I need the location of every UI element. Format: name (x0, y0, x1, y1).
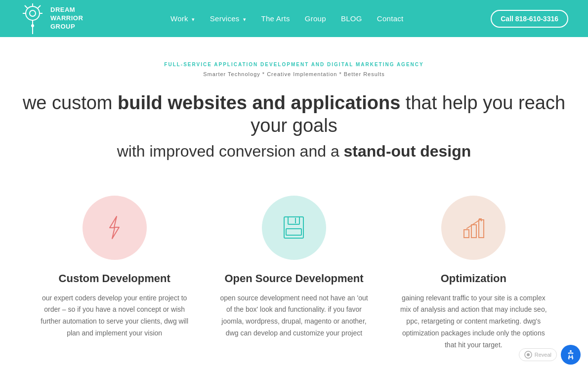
svg-rect-12 (286, 229, 301, 235)
service-icon-circle-custom-dev (83, 196, 147, 260)
revealbot-label: Reveal (535, 352, 551, 358)
services-section: Custom Development our expert coders dev… (0, 176, 588, 372)
logo[interactable]: Dream Warrior Group (20, 3, 83, 34)
chart-icon (460, 214, 487, 241)
service-title-custom-dev: Custom Development (40, 272, 189, 285)
revealbot-icon (524, 351, 532, 359)
nav-blog[interactable]: BLOG (341, 14, 362, 23)
svg-point-31 (570, 350, 572, 352)
revealbot-badge: Reveal (519, 348, 557, 361)
service-card-open-source: Open Source Development open source deve… (209, 196, 378, 351)
nav-links: Work ▾ Services ▾ The Arts Group BLOG Co… (170, 14, 404, 23)
svg-point-0 (26, 6, 40, 20)
services-row-1: Custom Development our expert coders dev… (30, 196, 558, 351)
svg-rect-14 (464, 230, 469, 238)
nav-work[interactable]: Work ▾ (170, 14, 195, 23)
hero-title-1: we custom build websites and application… (10, 92, 578, 137)
svg-point-1 (30, 10, 36, 16)
accessibility-button[interactable] (561, 345, 581, 365)
svg-rect-16 (479, 220, 484, 238)
service-icon-circle-open-source (262, 196, 326, 260)
service-card-custom-dev: Custom Development our expert coders dev… (30, 196, 199, 351)
hero-title-2: with improved conversion and a stand-out… (10, 142, 578, 161)
nav-contact[interactable]: Contact (377, 14, 404, 23)
main-nav: Dream Warrior Group Work ▾ Services ▾ Th… (0, 0, 588, 37)
hero-tagline: Smarter Technology * Creative Implementa… (10, 71, 578, 77)
bottom-bar: Reveal (519, 345, 581, 365)
service-desc-custom-dev: our expert coders develop your entire pr… (40, 292, 189, 339)
nav-services[interactable]: Services ▾ (210, 14, 247, 23)
svg-rect-11 (288, 217, 299, 224)
logo-text: Dream Warrior Group (50, 6, 83, 31)
service-card-optimization: Optimization gaining relevant traffic to… (389, 196, 558, 351)
svg-point-30 (527, 353, 530, 356)
svg-line-7 (38, 5, 41, 8)
service-desc-open-source: open source development need not have an… (219, 292, 369, 339)
svg-point-8 (31, 24, 34, 27)
service-title-optimization: Optimization (399, 272, 548, 285)
bolt-icon (101, 214, 128, 241)
svg-marker-9 (110, 216, 119, 239)
hero-subtitle: FULL-SERVICE APPLICATION DEVELOPMENT AND… (10, 62, 578, 67)
service-icon-circle-optimization (441, 196, 505, 260)
service-desc-optimization: gaining relevant traffic to your site is… (399, 292, 548, 351)
svg-rect-15 (471, 225, 476, 238)
call-cta-button[interactable]: Call 818-610-3316 (491, 10, 568, 28)
save-icon (280, 214, 307, 241)
svg-line-6 (25, 5, 28, 8)
hero-section: FULL-SERVICE APPLICATION DEVELOPMENT AND… (0, 37, 588, 176)
nav-group[interactable]: Group (305, 14, 326, 23)
nav-the-arts[interactable]: The Arts (261, 14, 290, 23)
accessibility-icon (565, 349, 576, 360)
service-title-open-source: Open Source Development (219, 272, 369, 285)
